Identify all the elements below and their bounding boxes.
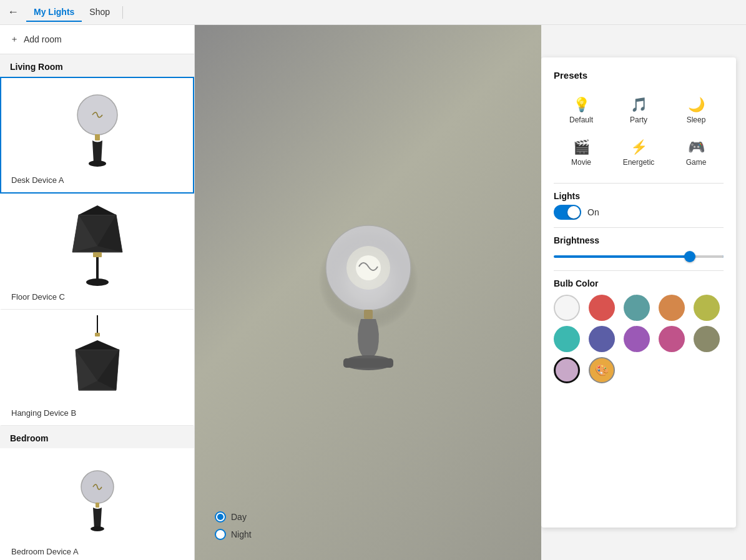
sleep-label: Sleep: [687, 115, 706, 124]
svg-rect-24: [364, 310, 373, 319]
color-red[interactable]: [589, 295, 615, 321]
tab-my-lights[interactable]: My Lights: [26, 3, 82, 22]
color-custom[interactable]: 🎨: [589, 357, 615, 383]
time-controls: Day Night: [215, 511, 252, 540]
device-name-floor-c: Floor Device C: [11, 290, 65, 304]
tab-bar: My Lights Shop: [26, 3, 117, 22]
brightness-slider[interactable]: [554, 250, 724, 263]
device-name-desk-a: Desk Device A: [11, 173, 64, 187]
radio-night-circle: [215, 529, 226, 540]
color-orange[interactable]: [659, 295, 685, 321]
energetic-icon: ⚡: [631, 139, 647, 155]
bulb-color-label: Bulb Color: [554, 278, 724, 288]
color-white[interactable]: [554, 295, 580, 321]
movie-label: Movie: [571, 158, 591, 167]
default-label: Default: [569, 115, 593, 124]
lamp-image-floor-c: [6, 202, 188, 290]
default-icon: 💡: [573, 97, 590, 113]
add-room-button[interactable]: ＋ Add room: [0, 25, 194, 54]
svg-point-2: [89, 160, 106, 167]
divider-3: [554, 270, 724, 271]
sleep-icon: 🌙: [688, 97, 705, 113]
color-purple[interactable]: [624, 326, 650, 352]
divider-2: [554, 227, 724, 228]
device-name-bedroom-a: Bedroom Device A: [11, 544, 79, 559]
color-yellow-green[interactable]: [694, 295, 720, 321]
svg-rect-7: [93, 252, 102, 257]
device-name-hanging-b: Hanging Device B: [11, 406, 76, 420]
slider-track: [554, 255, 724, 258]
right-panel: Presets 💡 Default 🎵 Party 🌙 Sleep 🎬 Movi…: [541, 57, 736, 528]
svg-point-23: [346, 246, 390, 290]
preset-movie[interactable]: 🎬 Movie: [554, 133, 609, 173]
device-card-bedroom-a[interactable]: Bedroom Device A: [0, 448, 194, 560]
game-label: Game: [686, 158, 707, 167]
svg-marker-13: [76, 340, 119, 350]
color-blue-purple[interactable]: [589, 326, 615, 352]
plus-icon: ＋: [10, 34, 19, 45]
color-teal[interactable]: [624, 295, 650, 321]
toggle-thumb: [567, 206, 580, 219]
party-label: Party: [630, 115, 647, 124]
svg-rect-26: [343, 358, 393, 368]
topbar-divider: [122, 6, 123, 19]
radio-day-circle: [215, 511, 226, 523]
lights-toggle[interactable]: [554, 205, 581, 220]
preset-sleep[interactable]: 🌙 Sleep: [669, 91, 724, 130]
divider-1: [554, 183, 724, 184]
device-card-desk-a[interactable]: Desk Device A: [0, 77, 194, 194]
lights-on-label: On: [587, 207, 599, 217]
main-lamp-display: [306, 199, 431, 386]
presets-title: Presets: [554, 70, 724, 81]
svg-rect-18: [96, 503, 99, 508]
center-area: Day Night: [195, 25, 541, 560]
svg-rect-1: [95, 134, 100, 140]
section-bedroom: Bedroom: [0, 426, 194, 448]
tab-shop[interactable]: Shop: [82, 3, 117, 22]
section-living-room: Living Room: [0, 54, 194, 77]
lights-section-label: Lights: [554, 191, 724, 201]
brightness-section: Brightness: [554, 235, 724, 263]
svg-rect-11: [95, 333, 100, 336]
lights-section: Lights On: [554, 191, 724, 220]
radio-night-label: Night: [231, 529, 252, 539]
bulb-color-section: Bulb Color 🎨: [554, 278, 724, 383]
svg-marker-4: [79, 205, 116, 215]
lights-toggle-row: On: [554, 205, 724, 220]
back-button[interactable]: ←: [7, 6, 19, 19]
movie-icon: 🎬: [573, 139, 590, 155]
svg-point-9: [86, 278, 109, 286]
device-card-hanging-b[interactable]: Hanging Device B: [0, 310, 194, 426]
topbar: ← My Lights Shop: [0, 0, 746, 25]
main-layout: ＋ Add room Living Room Desk Device A: [0, 25, 746, 560]
preset-default[interactable]: 💡 Default: [554, 91, 609, 130]
brightness-label: Brightness: [554, 235, 724, 245]
radio-day[interactable]: Day: [215, 511, 252, 523]
custom-color-icon: 🎨: [595, 363, 609, 377]
sidebar: ＋ Add room Living Room Desk Device A: [0, 25, 195, 560]
presets-grid: 💡 Default 🎵 Party 🌙 Sleep 🎬 Movie ⚡ Ener…: [554, 91, 724, 173]
party-icon: 🎵: [631, 97, 647, 113]
radio-night[interactable]: Night: [215, 529, 252, 540]
color-cyan[interactable]: [554, 326, 580, 352]
svg-point-19: [91, 526, 104, 531]
device-card-floor-c[interactable]: Floor Device C: [0, 194, 194, 310]
lamp-image-desk-a: [6, 86, 188, 173]
color-grid: 🎨: [554, 295, 724, 383]
color-olive[interactable]: [694, 326, 720, 352]
color-lavender[interactable]: [554, 357, 580, 383]
preset-energetic[interactable]: ⚡ Energetic: [611, 133, 666, 173]
preset-game[interactable]: 🎮 Game: [669, 133, 724, 173]
add-room-label: Add room: [24, 34, 62, 44]
radio-day-label: Day: [231, 512, 247, 522]
lamp-image-hanging-b: [6, 318, 188, 406]
energetic-label: Energetic: [623, 158, 655, 167]
slider-thumb[interactable]: [684, 251, 695, 262]
preset-party[interactable]: 🎵 Party: [611, 91, 666, 130]
color-pink[interactable]: [659, 326, 685, 352]
game-icon: 🎮: [688, 139, 705, 155]
lamp-image-bedroom-a: [6, 457, 188, 544]
